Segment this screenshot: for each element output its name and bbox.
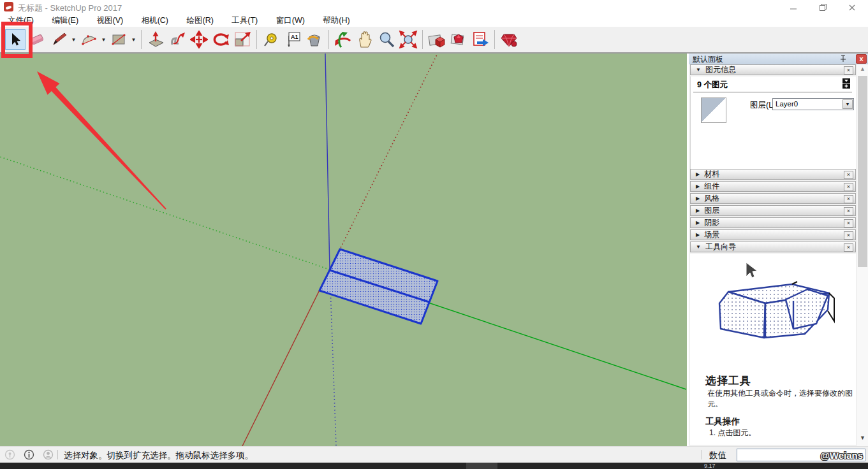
section-header-scenes[interactable]: ▶ 场景 × — [690, 229, 856, 240]
watermark-text: @Weians — [820, 450, 863, 461]
line-tool-button[interactable] — [48, 29, 69, 50]
entity-count: 9 个图元 — [697, 80, 728, 90]
measurements-input[interactable]: @Weians — [737, 449, 865, 461]
restore-button[interactable] — [809, 0, 837, 14]
details-toggle-icon[interactable] — [842, 78, 851, 89]
follow-me-tool-button[interactable] — [167, 29, 188, 50]
section-close-button[interactable]: × — [844, 66, 853, 75]
rectangle-tool-button[interactable] — [108, 29, 129, 50]
section-label: 阴影 — [704, 217, 719, 228]
menu-help[interactable]: 帮助(H) — [315, 14, 357, 27]
sign-in-user-icon[interactable] — [43, 449, 54, 460]
panel-title: 默认面板 — [693, 55, 723, 64]
taskbar-app-segment[interactable] — [466, 463, 497, 469]
panel-scrollbar[interactable]: ▲ ▼ — [857, 64, 868, 446]
extension-warehouse-icon — [499, 31, 519, 48]
section-label: 风格 — [704, 193, 719, 204]
section-header-entity-info[interactable]: ▼ 图元信息 × — [690, 64, 856, 75]
section-header-instructor[interactable]: ▼ 工具向导 × — [690, 242, 856, 252]
section-header-styles[interactable]: ▶ 风格 × — [690, 193, 856, 204]
arc-tool-dropdown[interactable]: ▼ — [99, 29, 108, 50]
push-pull-icon — [147, 31, 165, 48]
default-panel-tray: 默认面板 x ▼ 图元信息 × 9 个图元 图层(L): — [689, 54, 868, 446]
pin-icon[interactable] — [840, 55, 846, 64]
close-button[interactable] — [838, 0, 866, 14]
share-model-button[interactable] — [448, 29, 469, 50]
zoom-tool-button[interactable] — [376, 29, 397, 50]
rectangle-icon — [110, 31, 127, 48]
section-close-button[interactable]: × — [844, 243, 853, 252]
warehouse-download-button[interactable] — [427, 29, 447, 50]
minimize-button[interactable] — [779, 0, 807, 14]
orbit-icon — [334, 31, 353, 48]
section-close-button[interactable]: × — [844, 219, 853, 227]
section-label: 图层 — [704, 205, 719, 216]
3d-warehouse-icon — [427, 31, 446, 48]
section-label: 材料 — [704, 169, 719, 180]
scale-tool-button[interactable] — [232, 29, 253, 50]
section-close-button[interactable]: × — [844, 183, 853, 191]
section-close-button[interactable]: × — [844, 231, 853, 240]
menu-tools[interactable]: 工具(T) — [224, 14, 265, 27]
extension-warehouse-button[interactable] — [499, 29, 519, 50]
collapse-arrow-icon: ▼ — [696, 244, 701, 250]
scroll-down-arrow[interactable]: ▼ — [857, 435, 868, 444]
divider — [702, 450, 702, 459]
menu-view[interactable]: 视图(V) — [89, 14, 131, 27]
section-header-shadows[interactable]: ▶ 阴影 × — [690, 217, 856, 228]
paint-bucket-tool-button[interactable] — [304, 29, 325, 50]
line-tool-dropdown[interactable]: ▼ — [70, 29, 78, 50]
expand-arrow-icon: ▶ — [696, 220, 700, 226]
geolocation-icon[interactable] — [4, 449, 15, 460]
credits-info-icon[interactable] — [24, 449, 34, 460]
instructor-tool-title: 选择工具 — [705, 373, 751, 388]
layer-dropdown[interactable]: Layer0 ▼ — [772, 98, 854, 110]
export-model-button[interactable] — [470, 29, 490, 50]
zoom-extents-icon — [399, 31, 418, 48]
section-header-layers[interactable]: ▶ 图层 × — [690, 205, 856, 216]
rectangle-tool-dropdown[interactable]: ▼ — [129, 29, 138, 50]
taskbar-strip: 9.17 — [0, 463, 868, 469]
text-tool-button[interactable]: A1 — [283, 29, 303, 50]
expand-arrow-icon: ▶ — [696, 232, 700, 238]
material-thumbnail[interactable] — [701, 97, 726, 123]
instructor-operations-title: 工具操作 — [705, 416, 740, 428]
toolbar-separator — [141, 30, 142, 49]
text-icon: A1 — [284, 31, 302, 48]
menu-edit[interactable]: 编辑(E) — [44, 14, 86, 27]
annotation-rectangle — [1, 22, 33, 58]
expand-arrow-icon: ▶ — [696, 171, 700, 177]
orbit-tool-button[interactable] — [333, 29, 353, 50]
taskbar-clock: 9.17 — [704, 463, 716, 469]
push-pull-tool-button[interactable] — [145, 29, 166, 50]
layer-value: Layer0 — [776, 100, 798, 108]
modeling-viewport[interactable] — [0, 54, 687, 446]
section-label: 工具向导 — [705, 242, 736, 252]
tape-measure-tool-button[interactable] — [261, 29, 281, 50]
section-close-button[interactable]: × — [844, 207, 853, 215]
menu-camera[interactable]: 相机(C) — [134, 14, 176, 27]
chevron-down-icon[interactable]: ▼ — [842, 99, 853, 109]
zoom-extents-tool-button[interactable] — [398, 29, 418, 50]
menu-draw[interactable]: 绘图(R) — [179, 14, 221, 27]
scroll-up-arrow[interactable]: ▲ — [857, 66, 868, 75]
section-header-components[interactable]: ▶ 组件 × — [690, 181, 856, 192]
follow-me-icon — [168, 31, 186, 48]
move-tool-button[interactable] — [189, 29, 209, 50]
collapse-arrow-icon: ▼ — [696, 67, 701, 73]
pan-tool-button[interactable] — [355, 29, 375, 50]
scrollbar-thumb[interactable] — [858, 76, 867, 267]
section-close-button[interactable]: × — [844, 195, 853, 203]
menu-window[interactable]: 窗口(W) — [268, 14, 313, 27]
paint-bucket-icon — [305, 31, 323, 48]
arc-tool-button[interactable] — [78, 29, 99, 50]
panel-close-button[interactable]: x — [856, 54, 867, 64]
section-close-button[interactable]: × — [844, 171, 853, 179]
selected-geometry[interactable] — [320, 249, 438, 324]
restore-icon — [819, 3, 827, 11]
expand-arrow-icon: ▶ — [696, 184, 700, 189]
section-header-materials[interactable]: ▶ 材料 × — [690, 169, 856, 180]
section-label: 图元信息 — [705, 64, 736, 75]
rotate-tool-button[interactable] — [210, 29, 231, 50]
toolbar: ▼ ▼ ▼ — [0, 27, 868, 54]
